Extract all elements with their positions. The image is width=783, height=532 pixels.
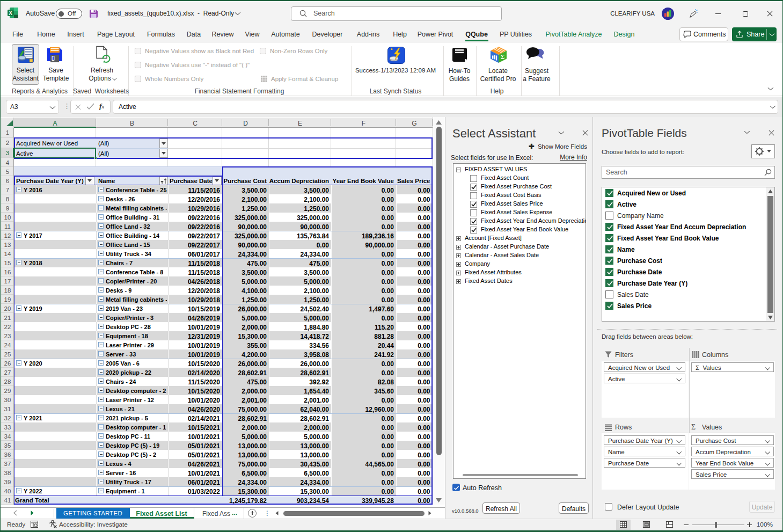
svg-text:Σ: Σ: [501, 53, 504, 60]
svg-text:X: X: [9, 10, 12, 16]
